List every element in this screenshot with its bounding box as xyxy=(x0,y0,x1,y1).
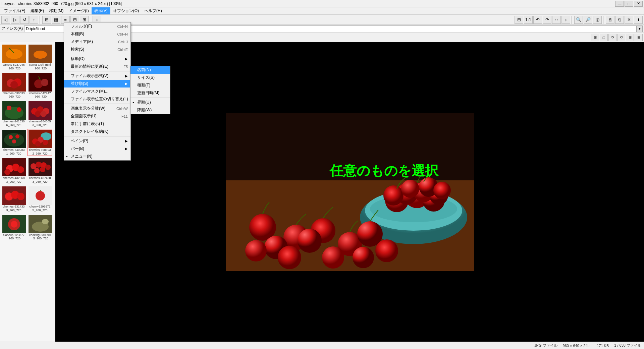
sort-item-date[interactable]: 更新日時(M) xyxy=(130,89,170,97)
zoom-in-btn[interactable]: 🔍 xyxy=(574,16,583,24)
menu-item-move2[interactable]: 移動(O)▶ xyxy=(64,55,130,63)
view-mode-btn1[interactable]: ⊞ xyxy=(42,16,51,24)
menu-item-filepos[interactable]: ファイル表示位置の切り替え(L) xyxy=(64,95,130,103)
tool-btn-2[interactable]: □ xyxy=(600,34,608,41)
sort-item-name[interactable]: 名前(N) xyxy=(130,66,170,74)
thumbnail-label: cherries-4874303_960_720 xyxy=(29,176,51,184)
thumbnail-panel: carrots-5237046_960_720 carrot-tuchi-min… xyxy=(0,42,55,342)
menu-move[interactable]: 移動(M) xyxy=(47,7,66,14)
list-item[interactable]: closeup-123877_960_720 xyxy=(1,214,26,242)
thumbnail-image xyxy=(29,215,52,233)
sort-item-asc[interactable]: ●昇順(U) xyxy=(130,99,170,106)
menu-separator-2 xyxy=(64,71,130,71)
forward-button[interactable]: ▷ xyxy=(11,16,19,24)
menu-item-media[interactable]: メディア(M)Ctrl+J xyxy=(64,38,130,46)
menu-item-refresh[interactable]: 最新の情報に更新(E)F5 xyxy=(64,63,130,70)
statusbar: JPG ファイル 960 × 640 × 24bit 171 KB 1 / 63… xyxy=(0,342,644,349)
parent-button[interactable]: ↑ xyxy=(30,16,38,24)
sort-item-type[interactable]: 種類(T) xyxy=(130,81,170,89)
menu-item-sort[interactable]: 並び順(S)▶ xyxy=(64,80,130,88)
thumbnail-label: cherries-5314333_960_720 xyxy=(2,205,25,212)
svg-point-16 xyxy=(17,107,21,112)
close-button[interactable]: ✕ xyxy=(634,1,643,7)
menu-item-tray[interactable]: タスクトレイ収納(K) xyxy=(64,128,130,135)
menu-image[interactable]: イメージ(I) xyxy=(66,7,91,14)
tool-btn-4[interactable]: ↺ xyxy=(617,34,625,41)
tool-btn-1[interactable]: ⊞ xyxy=(591,34,599,41)
menu-edit[interactable]: 編集(E) xyxy=(28,7,47,14)
list-item[interactable]: cherries-1415306_960_720 xyxy=(1,100,26,128)
menu-item-menu[interactable]: ●メニュー(N) xyxy=(64,153,130,160)
minimize-button[interactable]: — xyxy=(615,1,624,7)
svg-point-8 xyxy=(10,81,18,89)
titlebar-controls: — □ ✕ xyxy=(615,1,643,7)
menu-item-fullscreen[interactable]: 全画面表示(U)F11 xyxy=(64,112,130,120)
list-item[interactable]: cherries-3583932_960_720 xyxy=(28,129,52,157)
statusbar-filesize: 171 KB xyxy=(597,344,609,348)
sort-item-size[interactable]: サイズ(S) xyxy=(130,74,170,81)
list-item[interactable]: cherries-3409831_960_720 xyxy=(1,129,26,157)
zoom-actual-btn[interactable]: 1:1 xyxy=(524,16,533,24)
menu-help[interactable]: ヘルプ(H) xyxy=(142,7,165,14)
menu-item-filemask[interactable]: ファイルマスク(M)... xyxy=(64,88,130,95)
menu-item-ontop[interactable]: 常に手前に表示(T) xyxy=(64,120,130,128)
svg-point-86 xyxy=(375,239,398,262)
list-item[interactable]: cooking-330690_5_960_720 xyxy=(28,214,52,242)
menu-item-fileview[interactable]: ファイル表示形式(V)▶ xyxy=(64,72,130,80)
list-item[interactable]: cherries-1845053_960_720 xyxy=(28,100,52,128)
properties-btn[interactable]: ℹ xyxy=(634,16,643,24)
list-item[interactable]: cherries-4320683_960_720 xyxy=(1,157,26,185)
zoom-100-btn[interactable]: ◎ xyxy=(593,16,602,24)
flip-h-btn[interactable]: ↔ xyxy=(552,16,561,24)
rotate-left-btn[interactable]: ↶ xyxy=(533,16,542,24)
view-mode-btn2[interactable]: ▦ xyxy=(52,16,60,24)
svg-point-1 xyxy=(6,49,22,59)
zoom-fit-btn[interactable]: ⊞ xyxy=(515,16,523,24)
list-item[interactable]: cherry-62966715_960_720 xyxy=(28,185,52,213)
thumbnail-label: carrots-5237046_960_720 xyxy=(2,63,25,70)
copy-btn[interactable]: ⎘ xyxy=(606,16,614,24)
tool-btn-5[interactable]: ⊟ xyxy=(626,34,634,41)
titlebar: Leeyes - cherries-3583932_960_720.jpg (9… xyxy=(0,0,644,7)
back-button[interactable]: ◁ xyxy=(1,16,10,24)
list-item[interactable]: cherries-5314333_960_720 xyxy=(1,185,26,213)
menu-item-book[interactable]: 本棚(B)Ctrl+H xyxy=(64,30,130,38)
main-image: 任意のものを選択 xyxy=(222,110,477,274)
svg-point-44 xyxy=(34,168,40,173)
sort-item-desc[interactable]: 降順(W) xyxy=(130,106,170,114)
menu-item-splitview[interactable]: 画像表示を分離(W)Ctrl+W xyxy=(64,105,130,112)
list-item[interactable]: cherries-4874303_960_720 xyxy=(28,157,52,185)
menu-item-pane[interactable]: ペイン(P)▶ xyxy=(64,137,130,145)
svg-point-88 xyxy=(353,247,374,268)
menu-item-search[interactable]: 検索(S)Ctrl+E xyxy=(64,46,130,53)
maximize-button[interactable]: □ xyxy=(625,1,633,7)
list-item[interactable]: cherries-838033_960_720 xyxy=(1,72,26,100)
menu-separator-4 xyxy=(64,136,130,136)
tool-btn-3[interactable]: ↻ xyxy=(608,34,616,41)
refresh-button[interactable]: ↺ xyxy=(20,16,29,24)
list-item[interactable]: cherries-842247_960_720 xyxy=(28,72,52,100)
svg-point-58 xyxy=(42,219,49,224)
svg-point-51 xyxy=(36,191,45,200)
menu-options[interactable]: オプション(O) xyxy=(110,7,142,14)
menu-item-folder[interactable]: フォルダ(F)Ctrl+N xyxy=(64,22,130,30)
list-item[interactable]: carrot-tuchi-mini_960_720 xyxy=(28,44,52,71)
menu-item-bar[interactable]: バー(B)▶ xyxy=(64,145,130,153)
svg-point-85 xyxy=(298,229,322,253)
thumbnail-image xyxy=(29,130,52,148)
delete-btn[interactable]: ✕ xyxy=(625,16,633,24)
paste-btn[interactable]: ⎗ xyxy=(615,16,624,24)
svg-point-45 xyxy=(40,167,45,172)
rotate-right-btn[interactable]: ↷ xyxy=(543,16,551,24)
tool-btn-6[interactable]: ⊞ xyxy=(635,34,643,41)
menu-view[interactable]: 表示(V) xyxy=(92,7,110,14)
menu-file[interactable]: ファイル(F) xyxy=(1,7,28,14)
list-item[interactable]: carrots-5237046_960_720 xyxy=(1,44,26,71)
svg-point-26 xyxy=(15,134,19,138)
thumbnail-label: cherries-3409831_960_720 xyxy=(2,148,25,156)
svg-point-25 xyxy=(9,135,13,139)
addressbar-dropdown-btn[interactable]: ▼ xyxy=(637,25,643,32)
zoom-out-btn[interactable]: 🔎 xyxy=(584,16,592,24)
thumbnail-image xyxy=(29,45,52,63)
flip-v-btn[interactable]: ↕ xyxy=(561,16,570,24)
